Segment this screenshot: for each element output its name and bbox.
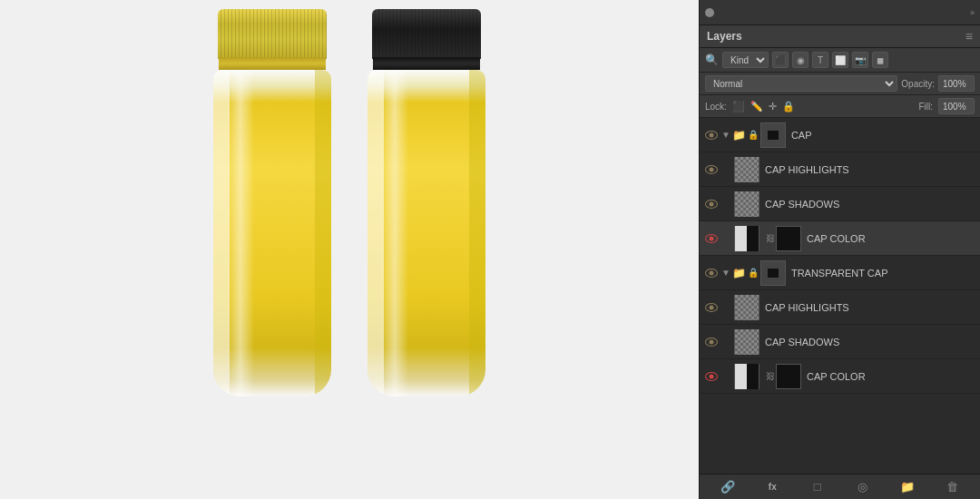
layer-name-cap-shadows: CAP SHADOWS: [765, 199, 976, 210]
panel-expand-button[interactable]: »: [970, 8, 975, 17]
toolbar-link-icon[interactable]: 🔗: [717, 476, 739, 498]
layer-name-cap-highlights-2: CAP HIGHLIGHTS: [765, 302, 976, 313]
lock-all-icon[interactable]: 🔒: [782, 101, 795, 113]
fill-label: Fill:: [918, 102, 933, 112]
layers-list: ▼ 📁 🔒 CAP CAP HIGHLIGHTS: [700, 118, 980, 474]
layer-row-cap-group[interactable]: ▼ 📁 🔒 CAP: [700, 118, 980, 152]
layer-thumb-cap-highlights: [734, 157, 760, 182]
layer-thumb-cap: [760, 122, 786, 148]
filter-pixel-btn[interactable]: ⬛: [772, 52, 789, 68]
layer-row-cap-color[interactable]: ⛓ CAP COLOR: [700, 221, 980, 256]
layer-name-transparent-cap: TRANSPARENT CAP: [791, 268, 976, 279]
layer-chain-cap-color-2: ⛓: [766, 371, 775, 381]
eye-icon-cap-highlights: [705, 165, 718, 174]
bottle-body-black: [368, 70, 485, 396]
eye-icon-cap-color-2: [705, 372, 718, 381]
layer-eye-cap-shadows[interactable]: [703, 196, 720, 212]
opacity-input[interactable]: [938, 75, 975, 92]
eye-icon-transparent-cap: [705, 269, 718, 278]
bottle-body-yellow: [213, 70, 331, 396]
bottle-yellow: [213, 9, 331, 396]
layer-row-cap-shadows-2[interactable]: CAP SHADOWS: [700, 325, 980, 359]
layer-eye-transparent-cap[interactable]: [703, 265, 720, 281]
layers-menu-icon[interactable]: ≡: [965, 29, 973, 44]
layer-row-cap-shadows[interactable]: CAP SHADOWS: [700, 187, 980, 221]
eye-icon-cap-color: [705, 234, 718, 243]
layer-name-cap-highlights: CAP HIGHLIGHTS: [765, 164, 976, 175]
layer-mask-cap-color-2: [776, 364, 801, 389]
lock-bar: Lock: ⬛ ✏️ ✛ 🔒 Fill:: [700, 95, 980, 118]
layer-lock-transparent-cap: 🔒: [748, 268, 759, 278]
layer-name-cap-color-2: CAP COLOR: [807, 371, 976, 382]
layer-eye-cap-shadows-2[interactable]: [703, 334, 720, 350]
lock-position-icon[interactable]: ✏️: [750, 101, 763, 113]
blend-bar: Normal Opacity:: [700, 73, 980, 95]
layer-eye-cap-group[interactable]: [703, 127, 720, 143]
layer-name-cap-color: CAP COLOR: [807, 233, 976, 244]
layer-thumb-cap-color-2: [734, 364, 760, 389]
layer-eye-cap-highlights[interactable]: [703, 161, 720, 178]
layer-name-cap-shadows-2: CAP SHADOWS: [765, 337, 976, 347]
layer-eye-cap-color[interactable]: [703, 230, 720, 247]
cap-band-yellow: [219, 57, 326, 70]
blend-mode-dropdown[interactable]: Normal: [705, 75, 897, 92]
filter-kind-dropdown[interactable]: Kind: [722, 52, 769, 68]
layer-folder-cap: 📁: [732, 129, 746, 142]
toolbar-fx-icon[interactable]: fx: [761, 476, 783, 498]
lock-artboard-icon[interactable]: ✛: [769, 101, 777, 113]
fill-input[interactable]: [938, 98, 975, 114]
layer-mask-cap-color: [776, 226, 801, 251]
filter-search-icon: 🔍: [705, 54, 719, 66]
cap-band-black: [373, 57, 480, 70]
layer-name-cap: CAP: [791, 130, 976, 141]
layers-toolbar: 🔗 fx □ ◎ 📁 🗑: [700, 474, 980, 499]
layer-eye-cap-color-2[interactable]: [703, 368, 720, 385]
filter-bar: 🔍 Kind ⬛ ◉ T ⬜ 📷 ◼: [700, 48, 980, 73]
layer-lock-cap: 🔒: [748, 130, 759, 140]
bottle-black: [368, 9, 485, 396]
layer-row-cap-highlights[interactable]: CAP HIGHLIGHTS: [700, 152, 980, 187]
panel-topbar: »: [700, 0, 980, 25]
lock-pixels-icon[interactable]: ⬛: [732, 101, 745, 113]
eye-icon-cap-shadows-2: [705, 338, 718, 347]
panel-close-button[interactable]: [705, 8, 714, 17]
filter-type-btn[interactable]: T: [812, 52, 828, 68]
eye-icon-cap-shadows: [705, 200, 718, 209]
filter-toggle-btn[interactable]: ◼: [872, 52, 888, 68]
cap-black: [372, 9, 481, 59]
layer-eye-cap-highlights-2[interactable]: [703, 299, 720, 316]
layer-thumb-cap-highlights-2: [734, 295, 760, 320]
layer-triangle-cap[interactable]: ▼: [721, 130, 730, 140]
toolbar-group-icon[interactable]: 📁: [897, 476, 918, 498]
toolbar-mask-icon[interactable]: □: [807, 476, 828, 498]
layers-title: Layers: [707, 30, 742, 43]
cap-yellow: [218, 9, 327, 59]
layers-header: Layers ≡: [700, 25, 980, 48]
canvas: [0, 0, 699, 499]
layer-row-transparent-cap-group[interactable]: ▼ 📁 🔒 TRANSPARENT CAP: [700, 256, 980, 290]
layers-panel: » Layers ≡ 🔍 Kind ⬛ ◉ T ⬜ 📷 ◼ Normal Opa…: [699, 0, 980, 499]
bottles-container: [213, 9, 485, 396]
layer-chain-cap-color: ⛓: [766, 233, 775, 243]
filter-adjust-btn[interactable]: ◉: [792, 52, 808, 68]
toolbar-adjustment-icon[interactable]: ◎: [851, 476, 873, 498]
eye-icon-cap-group: [705, 131, 718, 140]
layer-thumb-cap-color: [734, 226, 760, 251]
filter-shape-btn[interactable]: ⬜: [832, 52, 848, 68]
layer-folder-transparent-cap: 📁: [732, 267, 746, 279]
layer-triangle-transparent-cap[interactable]: ▼: [721, 268, 730, 278]
lock-label: Lock:: [705, 102, 727, 112]
toolbar-delete-icon[interactable]: 🗑: [941, 476, 963, 498]
filter-smart-btn[interactable]: 📷: [852, 52, 868, 68]
eye-icon-cap-highlights-2: [705, 303, 718, 312]
layer-thumb-cap-shadows: [734, 191, 760, 217]
layer-thumb-cap-shadows-2: [734, 329, 760, 355]
opacity-label: Opacity:: [901, 79, 935, 89]
layer-thumb-transparent-cap: [760, 260, 786, 286]
layers-panel-inner: Layers ≡ 🔍 Kind ⬛ ◉ T ⬜ 📷 ◼ Normal Opaci…: [700, 25, 980, 499]
layer-row-cap-highlights-2[interactable]: CAP HIGHLIGHTS: [700, 290, 980, 325]
layer-row-cap-color-2[interactable]: ⛓ CAP COLOR: [700, 359, 980, 394]
